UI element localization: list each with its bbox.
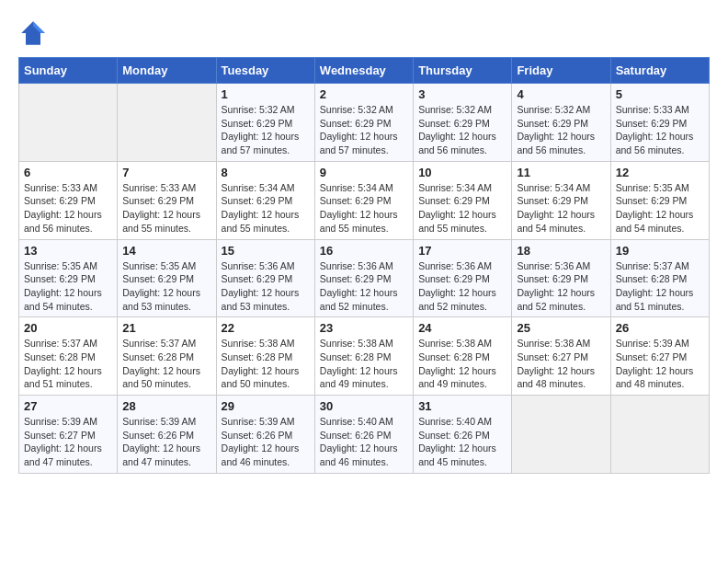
day-info: Sunrise: 5:34 AM Sunset: 6:29 PM Dayligh… (418, 181, 506, 236)
day-info: Sunrise: 5:40 AM Sunset: 6:26 PM Dayligh… (418, 415, 506, 469)
day-number: 6 (24, 166, 112, 179)
day-number: 24 (418, 321, 506, 335)
page-header (18, 18, 710, 48)
day-info: Sunrise: 5:39 AM Sunset: 6:26 PM Dayligh… (222, 415, 310, 469)
calendar-cell: 28Sunrise: 5:39 AM Sunset: 6:26 PM Dayli… (118, 396, 216, 474)
day-info: Sunrise: 5:39 AM Sunset: 6:27 PM Dayligh… (616, 337, 704, 391)
header-day-saturday: Saturday (610, 58, 709, 84)
calendar-cell: 4Sunrise: 5:32 AM Sunset: 6:29 PM Daylig… (512, 84, 610, 162)
day-number: 23 (320, 321, 408, 335)
calendar-cell: 6Sunrise: 5:33 AM Sunset: 6:29 PM Daylig… (19, 161, 118, 239)
day-info: Sunrise: 5:38 AM Sunset: 6:27 PM Dayligh… (517, 337, 605, 391)
header-day-wednesday: Wednesday (314, 58, 413, 84)
day-info: Sunrise: 5:37 AM Sunset: 6:28 PM Dayligh… (122, 337, 210, 391)
header-row: SundayMondayTuesdayWednesdayThursdayFrid… (19, 58, 710, 84)
calendar-cell: 17Sunrise: 5:36 AM Sunset: 6:29 PM Dayli… (414, 239, 512, 317)
day-number: 12 (616, 166, 704, 179)
calendar-cell: 15Sunrise: 5:36 AM Sunset: 6:29 PM Dayli… (216, 239, 314, 317)
header-day-monday: Monday (118, 58, 216, 84)
calendar-cell (512, 396, 610, 474)
calendar-cell: 10Sunrise: 5:34 AM Sunset: 6:29 PM Dayli… (414, 161, 512, 239)
day-number: 27 (24, 399, 112, 413)
day-info: Sunrise: 5:32 AM Sunset: 6:29 PM Dayligh… (222, 103, 310, 157)
calendar-cell: 13Sunrise: 5:35 AM Sunset: 6:29 PM Dayli… (19, 239, 118, 317)
calendar-header: SundayMondayTuesdayWednesdayThursdayFrid… (19, 58, 710, 84)
calendar-cell: 29Sunrise: 5:39 AM Sunset: 6:26 PM Dayli… (216, 396, 314, 474)
day-info: Sunrise: 5:35 AM Sunset: 6:29 PM Dayligh… (24, 259, 112, 314)
calendar-cell (118, 84, 216, 162)
calendar-cell: 25Sunrise: 5:38 AM Sunset: 6:27 PM Dayli… (512, 317, 610, 396)
day-info: Sunrise: 5:33 AM Sunset: 6:29 PM Dayligh… (122, 181, 210, 236)
day-info: Sunrise: 5:37 AM Sunset: 6:28 PM Dayligh… (616, 259, 704, 314)
calendar-cell: 9Sunrise: 5:34 AM Sunset: 6:29 PM Daylig… (314, 161, 413, 239)
calendar-cell: 18Sunrise: 5:36 AM Sunset: 6:29 PM Dayli… (512, 239, 610, 317)
calendar-cell: 5Sunrise: 5:33 AM Sunset: 6:29 PM Daylig… (610, 84, 709, 162)
logo (18, 18, 51, 48)
day-number: 19 (616, 244, 704, 258)
day-number: 1 (222, 87, 310, 101)
calendar-cell (19, 84, 118, 162)
day-number: 21 (122, 321, 210, 335)
calendar-cell: 19Sunrise: 5:37 AM Sunset: 6:28 PM Dayli… (610, 239, 709, 317)
day-number: 2 (320, 87, 408, 101)
calendar-cell: 7Sunrise: 5:33 AM Sunset: 6:29 PM Daylig… (118, 161, 216, 239)
calendar-cell: 3Sunrise: 5:32 AM Sunset: 6:29 PM Daylig… (414, 84, 512, 162)
day-info: Sunrise: 5:32 AM Sunset: 6:29 PM Dayligh… (517, 103, 605, 157)
calendar-cell: 27Sunrise: 5:39 AM Sunset: 6:27 PM Dayli… (19, 396, 118, 474)
header-day-thursday: Thursday (414, 58, 512, 84)
header-day-friday: Friday (512, 58, 610, 84)
day-info: Sunrise: 5:32 AM Sunset: 6:29 PM Dayligh… (418, 103, 506, 157)
calendar-cell: 23Sunrise: 5:38 AM Sunset: 6:28 PM Dayli… (314, 317, 413, 396)
calendar-table: SundayMondayTuesdayWednesdayThursdayFrid… (18, 57, 710, 474)
day-info: Sunrise: 5:35 AM Sunset: 6:29 PM Dayligh… (616, 181, 704, 236)
day-info: Sunrise: 5:38 AM Sunset: 6:28 PM Dayligh… (320, 337, 408, 391)
day-number: 28 (122, 399, 210, 413)
day-info: Sunrise: 5:37 AM Sunset: 6:28 PM Dayligh… (24, 337, 112, 391)
week-row-3: 13Sunrise: 5:35 AM Sunset: 6:29 PM Dayli… (19, 239, 710, 317)
calendar-cell: 21Sunrise: 5:37 AM Sunset: 6:28 PM Dayli… (118, 317, 216, 396)
day-info: Sunrise: 5:36 AM Sunset: 6:29 PM Dayligh… (320, 259, 408, 314)
day-number: 10 (418, 166, 506, 179)
calendar-cell: 30Sunrise: 5:40 AM Sunset: 6:26 PM Dayli… (314, 396, 413, 474)
calendar-cell: 24Sunrise: 5:38 AM Sunset: 6:28 PM Dayli… (414, 317, 512, 396)
day-info: Sunrise: 5:38 AM Sunset: 6:28 PM Dayligh… (222, 337, 310, 391)
day-number: 13 (24, 244, 112, 258)
day-number: 18 (517, 244, 605, 258)
calendar-cell: 11Sunrise: 5:34 AM Sunset: 6:29 PM Dayli… (512, 161, 610, 239)
day-number: 7 (122, 166, 210, 179)
day-number: 9 (320, 166, 408, 179)
day-number: 26 (616, 321, 704, 335)
day-number: 16 (320, 244, 408, 258)
calendar-cell: 8Sunrise: 5:34 AM Sunset: 6:29 PM Daylig… (216, 161, 314, 239)
day-number: 22 (222, 321, 310, 335)
day-number: 17 (418, 244, 506, 258)
day-number: 5 (616, 87, 704, 101)
day-info: Sunrise: 5:35 AM Sunset: 6:29 PM Dayligh… (122, 259, 210, 314)
header-day-sunday: Sunday (19, 58, 118, 84)
day-number: 20 (24, 321, 112, 335)
calendar-cell: 31Sunrise: 5:40 AM Sunset: 6:26 PM Dayli… (414, 396, 512, 474)
day-info: Sunrise: 5:36 AM Sunset: 6:29 PM Dayligh… (418, 259, 506, 314)
calendar-cell: 22Sunrise: 5:38 AM Sunset: 6:28 PM Dayli… (216, 317, 314, 396)
calendar-cell: 1Sunrise: 5:32 AM Sunset: 6:29 PM Daylig… (216, 84, 314, 162)
calendar-body: 1Sunrise: 5:32 AM Sunset: 6:29 PM Daylig… (19, 84, 710, 474)
day-number: 29 (222, 399, 310, 413)
day-number: 14 (122, 244, 210, 258)
day-number: 11 (517, 166, 605, 179)
week-row-2: 6Sunrise: 5:33 AM Sunset: 6:29 PM Daylig… (19, 161, 710, 239)
day-number: 15 (222, 244, 310, 258)
week-row-1: 1Sunrise: 5:32 AM Sunset: 6:29 PM Daylig… (19, 84, 710, 162)
calendar-cell: 2Sunrise: 5:32 AM Sunset: 6:29 PM Daylig… (314, 84, 413, 162)
day-number: 31 (418, 399, 506, 413)
week-row-5: 27Sunrise: 5:39 AM Sunset: 6:27 PM Dayli… (19, 396, 710, 474)
day-number: 4 (517, 87, 605, 101)
week-row-4: 20Sunrise: 5:37 AM Sunset: 6:28 PM Dayli… (19, 317, 710, 396)
day-number: 3 (418, 87, 506, 101)
calendar-cell: 14Sunrise: 5:35 AM Sunset: 6:29 PM Dayli… (118, 239, 216, 317)
day-info: Sunrise: 5:36 AM Sunset: 6:29 PM Dayligh… (222, 259, 310, 314)
day-info: Sunrise: 5:34 AM Sunset: 6:29 PM Dayligh… (222, 181, 310, 236)
day-info: Sunrise: 5:39 AM Sunset: 6:27 PM Dayligh… (24, 415, 112, 469)
day-info: Sunrise: 5:36 AM Sunset: 6:29 PM Dayligh… (517, 259, 605, 314)
day-info: Sunrise: 5:33 AM Sunset: 6:29 PM Dayligh… (24, 181, 112, 236)
calendar-cell (610, 396, 709, 474)
